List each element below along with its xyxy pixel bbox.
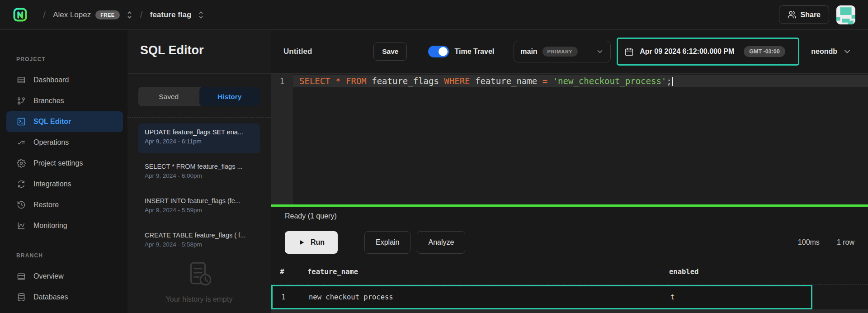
line-number: 1 — [271, 75, 293, 87]
row-enabled-value: t — [670, 293, 811, 301]
sql-token: feature_flags — [367, 76, 444, 86]
history-query: INSERT INTO feature_flags (fe... — [145, 197, 254, 204]
sidebar-item-operations[interactable]: Operations — [6, 132, 123, 153]
row-count: 1 row — [837, 238, 854, 247]
query-tab-title: Untitled — [283, 47, 312, 56]
restore-clock-icon — [16, 200, 26, 210]
row-feature-name: new_checkout_process — [294, 293, 670, 301]
time-travel-datetime-annotation: Apr 09 2024 6:12:00.000 PM GMT -03:00 — [617, 38, 799, 66]
sidebar-item-label: Restore — [33, 201, 59, 209]
history-empty-state: Your history is empty — [127, 259, 271, 304]
branch-name: main — [520, 47, 537, 56]
timezone-badge: GMT -03:00 — [744, 46, 785, 57]
sql-token — [341, 76, 346, 86]
share-button[interactable]: Share — [779, 5, 829, 24]
history-item[interactable]: INSERT INTO feature_flags (fe... Apr 9, … — [138, 192, 260, 222]
sql-token: * — [335, 76, 340, 86]
sidebar-item-overview[interactable]: Overview — [6, 266, 123, 287]
document-clock-icon — [184, 259, 214, 289]
org-name: Alex Lopez — [53, 10, 91, 19]
sidebar-item-restore[interactable]: Restore — [6, 194, 123, 215]
sql-query-line[interactable]: SELECT * FROM feature_flags WHERE featur… — [293, 75, 868, 87]
sidebar-item-sql-editor[interactable]: SQL Editor — [6, 111, 123, 132]
sidebar-item-label: Project settings — [33, 159, 83, 167]
run-label: Run — [311, 238, 325, 247]
sidebar-item-databases[interactable]: Databases — [6, 287, 123, 308]
time-travel-toggle[interactable] — [428, 46, 449, 57]
history-empty-text: Your history is empty — [166, 295, 233, 304]
sidebar-item-dashboard[interactable]: Dashboard — [6, 70, 123, 90]
sidebar-item-old-tables[interactable]: Old Tables — [6, 308, 123, 313]
column-header-enabled: enabled — [669, 268, 868, 276]
sidebar-section-branch: BRANCH — [16, 252, 127, 259]
tab-saved[interactable]: Saved — [138, 87, 199, 106]
explain-button[interactable]: Explain — [364, 231, 410, 254]
sql-editor-icon — [16, 117, 26, 127]
play-icon — [298, 239, 305, 246]
monitoring-chart-icon — [16, 221, 26, 231]
sidebar-item-label: Monitoring — [33, 222, 67, 230]
sidebar-item-label: Integrations — [33, 180, 71, 188]
history-date: Apr 9, 2024 - 6:00pm — [145, 172, 254, 179]
sidebar-item-label: Dashboard — [33, 76, 69, 84]
sidebar-item-monitoring[interactable]: Monitoring — [6, 215, 123, 236]
table-bottom-strip — [271, 309, 868, 313]
branch-select[interactable]: main PRIMARY — [514, 41, 611, 62]
history-item[interactable]: CREATE TABLE feature_flags ( f... Apr 9,… — [138, 227, 260, 256]
sql-token: ; — [666, 76, 671, 86]
avatar[interactable] — [836, 5, 855, 24]
analyze-button[interactable]: Analyze — [417, 231, 465, 254]
sidebar-item-integrations[interactable]: Integrations — [6, 174, 123, 194]
editor-gutter: 1 — [271, 74, 293, 204]
editor-toolbar: Untitled Save Time Travel main PRIMARY — [271, 30, 868, 74]
breadcrumb-separator: / — [43, 9, 46, 21]
time-travel-timestamp: Apr 09 2024 6:12:00.000 PM — [640, 47, 734, 56]
dashboard-icon — [16, 75, 26, 85]
table-row[interactable]: 1 new_checkout_process t — [273, 286, 811, 308]
history-date: Apr 9, 2024 - 6:11pm — [145, 138, 254, 145]
database-icon — [16, 292, 26, 302]
history-item[interactable]: UPDATE feature_flags SET ena... Apr 9, 2… — [138, 123, 260, 153]
database-select[interactable]: neondb — [811, 47, 852, 56]
gear-icon — [16, 158, 26, 168]
save-button[interactable]: Save — [373, 43, 407, 61]
history-item[interactable]: SELECT * FROM feature_flags ... Apr 9, 2… — [138, 158, 260, 188]
neon-logo[interactable] — [13, 7, 28, 22]
users-icon — [788, 10, 796, 19]
sql-token — [547, 76, 552, 86]
sql-token: FROM — [346, 76, 367, 86]
query-duration: 100ms — [798, 238, 820, 247]
chevron-down-icon — [596, 47, 604, 56]
sidebar-item-label: Overview — [33, 272, 64, 280]
sidebar-section-project: PROJECT — [16, 56, 127, 62]
query-actions: Run Explain Analyze 100ms 1 row — [271, 226, 868, 259]
toolbar-divider — [418, 30, 418, 73]
actions-divider — [351, 232, 351, 252]
sql-editor-panel: SQL Editor Saved History UPDATE feature_… — [127, 30, 271, 313]
time-travel-datetime-field[interactable]: Apr 09 2024 6:12:00.000 PM GMT -03:00 — [618, 46, 798, 57]
sidebar-item-branches[interactable]: Branches — [6, 90, 123, 111]
tab-history[interactable]: History — [199, 87, 260, 106]
sidebar-item-project-settings[interactable]: Project settings — [6, 153, 123, 174]
history-query: SELECT * FROM feature_flags ... — [145, 163, 254, 170]
main-area: Untitled Save Time Travel main PRIMARY — [271, 30, 868, 313]
result-meta: 100ms 1 row — [798, 238, 854, 247]
time-travel-label: Time Travel — [454, 47, 494, 56]
history-list: UPDATE feature_flags SET ena... Apr 9, 2… — [127, 118, 271, 256]
org-switcher-chevrons-icon[interactable] — [126, 10, 133, 19]
sql-code-editor[interactable]: 1 SELECT * FROM feature_flags WHERE feat… — [271, 74, 868, 204]
sidebar: PROJECT Dashboard Branches — [0, 30, 127, 313]
sidebar-item-label: Branches — [33, 97, 64, 105]
top-header: / Alex Lopez FREE / feature flag — [0, 0, 868, 30]
run-button[interactable]: Run — [285, 231, 338, 254]
breadcrumb-project: feature flag — [150, 10, 205, 19]
project-switcher-chevrons-icon[interactable] — [198, 10, 204, 19]
neon-console: / Alex Lopez FREE / feature flag — [0, 0, 868, 313]
history-query: UPDATE feature_flags SET ena... — [145, 128, 254, 136]
sidebar-item-label: Operations — [33, 138, 69, 147]
overview-icon — [16, 271, 26, 281]
database-name: neondb — [811, 47, 837, 56]
status-text: Ready (1 query) — [285, 212, 337, 220]
calendar-icon — [624, 47, 634, 57]
breadcrumb-org: Alex Lopez FREE — [53, 10, 132, 19]
